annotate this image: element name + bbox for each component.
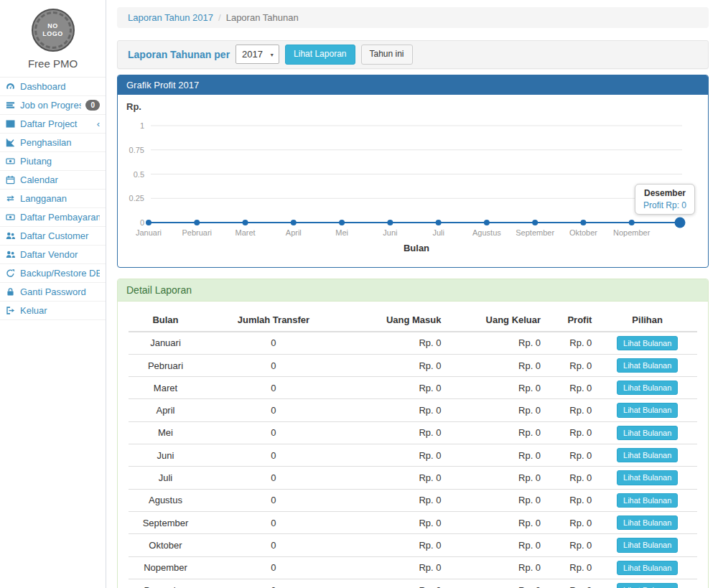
sidebar-item-piutang[interactable]: Piutang — [0, 152, 106, 171]
brand-name: Free PMO — [0, 57, 106, 70]
lihat-bulanan-button[interactable]: Lihat Bulanan — [617, 336, 678, 350]
sidebar: NO LOGO Free PMO DashboardJob on Progres… — [0, 0, 106, 588]
cell-uang-keluar: Rp. 0 — [447, 332, 547, 355]
cell-uang-keluar: Rp. 0 — [447, 511, 547, 533]
cell-bulan: Maret — [129, 377, 202, 399]
cell-uang-masuk: Rp. 0 — [345, 444, 447, 467]
lihat-bulanan-button[interactable]: Lihat Bulanan — [617, 515, 678, 530]
svg-text:0: 0 — [140, 218, 144, 227]
this-year-button[interactable]: Tahun ini — [361, 45, 413, 65]
cell-uang-masuk: Rp. 0 — [345, 534, 447, 556]
lihat-bulanan-button[interactable]: Lihat Bulanan — [617, 358, 678, 373]
cell-profit: Rp. 0 — [546, 421, 597, 444]
col-uang-keluar: Uang Keluar — [447, 309, 547, 332]
sidebar-item-backup-restore-db[interactable]: Backup/Restore DB — [0, 264, 106, 283]
table-row: Juli 0 Rp. 0 Rp. 0 Rp. 0 Lihat Bulanan — [129, 467, 697, 489]
breadcrumb: Laporan Tahun 2017/Laporan Tahunan — [117, 7, 709, 28]
sidebar-item-dashboard[interactable]: Dashboard — [0, 78, 106, 96]
cell-bulan: Juni — [129, 444, 202, 467]
lihat-bulanan-button[interactable]: Lihat Bulanan — [617, 493, 678, 508]
cell-uang-masuk: Rp. 0 — [345, 489, 447, 511]
svg-text:0.75: 0.75 — [129, 145, 144, 154]
year-select[interactable]: 2017 — [236, 45, 279, 64]
detail-panel-body: BulanJumlah TransferUang MasukUang Kelua… — [118, 302, 708, 588]
sidebar-item-calendar[interactable]: Calendar — [0, 171, 106, 190]
sign-out-icon — [6, 306, 16, 315]
table-icon — [6, 119, 16, 129]
cell-uang-keluar: Rp. 0 — [447, 421, 547, 444]
lihat-bulanan-button[interactable]: Lihat Bulanan — [617, 381, 678, 395]
lihat-bulanan-button[interactable]: Lihat Bulanan — [617, 403, 678, 417]
cell-bulan: Mei — [129, 421, 202, 444]
cell-jumlah-transfer: 0 — [202, 377, 345, 399]
lihat-bulanan-button[interactable]: Lihat Bulanan — [617, 561, 678, 575]
cell-profit: Rp. 0 — [546, 399, 597, 421]
svg-text:Bulan: Bulan — [404, 243, 429, 253]
sidebar-item-keluar[interactable]: Keluar — [0, 302, 106, 320]
col-bulan: Bulan — [129, 309, 202, 332]
sidebar-item-label: Backup/Restore DB — [20, 268, 100, 279]
table-row: Juni 0 Rp. 0 Rp. 0 Rp. 0 Lihat Bulanan — [129, 444, 697, 467]
breadcrumb-link[interactable]: Laporan Tahun 2017 — [128, 12, 213, 23]
filter-label: Laporan Tahunan per — [128, 49, 230, 60]
cell-uang-masuk: Rp. 0 — [345, 556, 447, 579]
chevron-left-icon: ‹ — [97, 119, 100, 129]
sidebar-item-job-on-progress[interactable]: Job on Progress0 — [0, 96, 106, 115]
sidebar-item-label: Daftar Vendor — [20, 249, 100, 260]
chart-body: Rp.00.250.50.751JanuariPebruariMaretApri… — [118, 95, 708, 267]
table-row: Pebruari 0 Rp. 0 Rp. 0 Rp. 0 Lihat Bulan… — [129, 354, 697, 376]
svg-text:April: April — [286, 228, 302, 237]
lihat-bulanan-button[interactable]: Lihat Bulanan — [617, 583, 678, 588]
lihat-bulanan-button[interactable]: Lihat Bulanan — [617, 426, 678, 440]
cell-uang-keluar: Rp. 0 — [447, 377, 547, 399]
sidebar-item-ganti-password[interactable]: Ganti Password — [0, 283, 106, 302]
sidebar-item-label: Daftar Customer — [20, 230, 100, 241]
svg-text:Maret: Maret — [235, 228, 255, 237]
cell-profit: Rp. 0 — [546, 534, 597, 556]
detail-panel-title: Detail Laporan — [118, 279, 708, 302]
cell-uang-masuk: Rp. 0 — [345, 332, 447, 355]
lihat-bulanan-button[interactable]: Lihat Bulanan — [617, 470, 678, 485]
app-logo: NO LOGO — [32, 9, 75, 52]
sidebar-item-langganan[interactable]: Langganan — [0, 190, 106, 208]
svg-text:September: September — [516, 228, 554, 237]
cell-jumlah-transfer: 0 — [202, 579, 345, 588]
cell-jumlah-transfer: 0 — [202, 534, 345, 556]
sidebar-menu: DashboardJob on Progress0Daftar Project‹… — [0, 77, 106, 320]
refresh-icon — [6, 269, 16, 278]
cell-profit: Rp. 0 — [546, 556, 597, 579]
profit-chart-panel: Grafik Profit 2017 Rp.00.250.50.751Janua… — [117, 75, 709, 268]
cell-jumlah-transfer: 0 — [202, 332, 345, 355]
breadcrumb-current: Laporan Tahunan — [226, 12, 299, 23]
count-badge: 0 — [85, 100, 100, 111]
lihat-bulanan-button[interactable]: Lihat Bulanan — [617, 538, 678, 552]
cell-uang-keluar: Rp. 0 — [447, 579, 547, 588]
cell-bulan: Oktober — [129, 534, 202, 556]
sidebar-item-daftar-customer[interactable]: Daftar Customer — [0, 227, 106, 246]
lihat-bulanan-button[interactable]: Lihat Bulanan — [617, 448, 678, 462]
cell-profit: Rp. 0 — [546, 467, 597, 489]
sidebar-item-daftar-project[interactable]: Daftar Project‹ — [0, 115, 106, 134]
cell-uang-keluar: Rp. 0 — [447, 354, 547, 376]
cell-jumlah-transfer: 0 — [202, 511, 345, 533]
sidebar-item-label: Daftar Pembayaran — [20, 212, 100, 223]
profit-line-chart[interactable]: Rp.00.250.50.751JanuariPebruariMaretApri… — [118, 95, 708, 263]
sidebar-item-penghasilan[interactable]: Penghasilan — [0, 134, 106, 152]
sidebar-item-daftar-pembayaran[interactable]: Daftar Pembayaran — [0, 208, 106, 227]
sidebar-item-label: Penghasilan — [20, 137, 100, 148]
sidebar-item-label: Piutang — [20, 156, 100, 167]
svg-text:Oktober: Oktober — [569, 228, 597, 237]
svg-text:Juli: Juli — [432, 228, 444, 237]
cell-bulan: Januari — [129, 332, 202, 355]
cell-uang-masuk: Rp. 0 — [345, 421, 447, 444]
view-report-button[interactable]: Lihat Laporan — [285, 45, 355, 65]
table-row: September 0 Rp. 0 Rp. 0 Rp. 0 Lihat Bula… — [129, 511, 697, 533]
sidebar-item-daftar-vendor[interactable]: Daftar Vendor — [0, 246, 106, 264]
svg-text:Agustus: Agustus — [472, 228, 501, 237]
svg-text:Juni: Juni — [383, 228, 397, 237]
chart-panel-title: Grafik Profit 2017 — [118, 75, 708, 95]
cell-jumlah-transfer: 0 — [202, 421, 345, 444]
money-icon — [6, 157, 16, 166]
line-chart-icon — [6, 138, 16, 147]
sidebar-item-label: Calendar — [20, 174, 100, 185]
